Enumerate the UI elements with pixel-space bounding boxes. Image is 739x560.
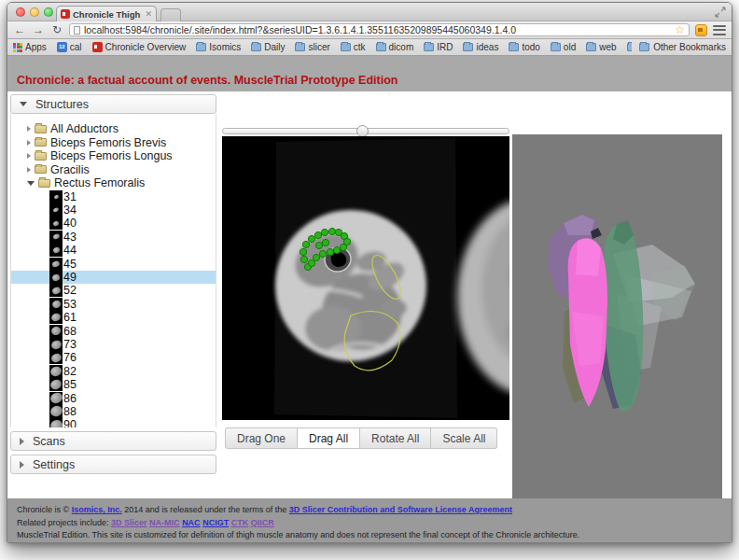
folder-icon	[341, 43, 351, 51]
slice-item[interactable]: 76	[11, 351, 216, 364]
screenshot-canvas: Chronicle Thigh Muscles ✕ ← → ↻ localhos…	[0, 0, 739, 560]
bookmark-item[interactable]: Apps	[13, 42, 47, 52]
browser-tab[interactable]: Chronicle Thigh Muscles ✕	[56, 6, 157, 21]
forward-button[interactable]: →	[32, 24, 45, 35]
footer-text: Chronicle is ©	[17, 505, 72, 514]
back-button[interactable]: ←	[13, 24, 26, 35]
axial-slice-image	[222, 136, 509, 420]
accordion-settings[interactable]: Settings	[10, 455, 216, 474]
page-footer: Chronicle is © Isomics, Inc. 2014 and is…	[7, 498, 732, 543]
tree-folder-row[interactable]: All Adductors	[11, 122, 216, 136]
slice-item[interactable]: 90	[11, 418, 216, 427]
slice-item[interactable]: 88	[11, 405, 216, 418]
slice-item[interactable]: 34	[11, 203, 216, 217]
close-window-button[interactable]	[16, 7, 25, 17]
footer-projects-line: Related projects include: 3D Slicer NA-M…	[17, 517, 722, 530]
view-mode-button-rotate-all[interactable]: Rotate All	[360, 427, 431, 449]
slice-item[interactable]: 53	[11, 298, 216, 311]
expand-closed-icon[interactable]	[27, 167, 31, 173]
bookmark-item[interactable]: Chronicle Overview	[92, 42, 187, 52]
tree-folder-row[interactable]: Gracilis	[11, 163, 216, 177]
threed-muscle-view[interactable]	[512, 134, 722, 510]
bookmark-item[interactable]: slicer	[295, 42, 329, 52]
accordion-scans[interactable]: Scans	[10, 431, 216, 451]
slice-item[interactable]: 45	[11, 257, 216, 270]
tab-close-icon[interactable]: ✕	[145, 9, 152, 19]
expand-open-icon[interactable]	[27, 181, 35, 186]
expand-closed-icon[interactable]	[27, 126, 31, 132]
folder-icon	[627, 43, 633, 51]
slice-thumbnail	[49, 365, 63, 378]
bookmark-star-icon[interactable]: ☆	[675, 24, 685, 35]
slice-item[interactable]: 86	[11, 391, 216, 404]
footer-link[interactable]: NCIGT	[202, 518, 229, 527]
slice-thumbnail	[49, 351, 63, 364]
chrome-menu-icon[interactable]	[713, 25, 726, 35]
slice-item[interactable]: 40	[11, 217, 216, 230]
footer-link[interactable]: 3D Slicer Contribution and Software Lice…	[289, 505, 512, 514]
bookmark-item[interactable]: Daily	[251, 42, 285, 52]
slice-thumbnail	[49, 190, 63, 203]
tree-slice-list: 313440434445495253616873768285868890	[11, 190, 216, 428]
footer-copyright-line: Chronicle is © Isomics, Inc. 2014 and is…	[17, 504, 722, 517]
tree-folder-row[interactable]: Biceps Femoris Brevis	[11, 136, 216, 150]
slice-item[interactable]: 68	[11, 324, 216, 337]
chevron-right-icon	[20, 438, 24, 445]
slice-thumbnail	[49, 203, 63, 217]
expand-closed-icon[interactable]	[27, 140, 31, 146]
bookmark-item[interactable]: ideas	[463, 42, 498, 52]
folder-icon	[38, 179, 50, 188]
slice-item[interactable]: 44	[11, 244, 216, 257]
slice-item[interactable]: 61	[11, 311, 216, 324]
footer-link[interactable]: QIICR	[251, 518, 274, 527]
slice-item[interactable]: 43	[11, 231, 216, 244]
accordion-structures[interactable]: Structures	[10, 94, 216, 114]
slice-slider[interactable]	[222, 128, 509, 134]
footer-link[interactable]: CTK	[231, 518, 249, 527]
slice-thumbnail	[49, 325, 63, 338]
slice-item[interactable]: 73	[11, 338, 216, 351]
extension-icon[interactable]	[695, 24, 707, 36]
slice-item[interactable]: 82	[11, 365, 216, 378]
address-bar[interactable]: localhost:5984/chronicle/.site/index.htm…	[69, 23, 690, 36]
bookmark-item[interactable]: IRD	[424, 42, 453, 52]
view-mode-button-scale-all[interactable]: Scale All	[431, 427, 497, 449]
footer-link[interactable]: 3D Slicer	[111, 518, 147, 527]
slice-item-selected[interactable]: 49	[11, 271, 216, 284]
slice-item[interactable]: 52	[11, 284, 216, 297]
footer-link[interactable]: Isomics, Inc.	[72, 505, 122, 514]
bookmark-item[interactable]: old	[551, 42, 576, 52]
bookmark-item[interactable]: ctk	[341, 42, 366, 52]
slice-thumbnail	[49, 244, 63, 257]
tab-title: Chronicle Thigh Muscles	[73, 9, 142, 20]
slice-thumbnail	[49, 258, 63, 271]
url-text: localhost:5984/chronicle/.site/index.htm…	[84, 24, 671, 35]
bookmark-item[interactable]: Isomics	[196, 42, 241, 52]
slice-item[interactable]: 31	[11, 190, 216, 203]
view-mode-button-drag-one[interactable]: Drag One	[225, 427, 298, 449]
bookmark-item[interactable]: babybrains	[627, 42, 633, 52]
view-control-buttons: Drag OneDrag AllRotate AllScale All	[225, 427, 497, 449]
zoom-window-button[interactable]	[44, 7, 53, 17]
page-viewport: Chronicle: a factual account of events. …	[7, 56, 732, 543]
reload-button[interactable]: ↻	[50, 24, 63, 35]
minimize-window-button[interactable]	[30, 7, 39, 17]
bookmark-item[interactable]: todo	[509, 42, 539, 52]
tree-folder-row[interactable]: Rectus Femoralis	[11, 176, 216, 190]
footer-link[interactable]: NA-MIC	[149, 518, 180, 527]
bookmark-item[interactable]: dicom	[376, 42, 414, 52]
axial-slice-view[interactable]	[222, 136, 509, 420]
fullscreen-icon[interactable]	[715, 7, 726, 18]
bookmark-item[interactable]: web	[586, 42, 616, 52]
tree-folder-row[interactable]: Biceps Femoris Longus	[11, 149, 216, 163]
expand-closed-icon[interactable]	[27, 153, 31, 159]
other-bookmarks[interactable]: Other Bookmarks	[639, 42, 726, 52]
browser-window: Chronicle Thigh Muscles ✕ ← → ↻ localhos…	[7, 2, 732, 543]
footer-link[interactable]: NAC	[182, 518, 201, 527]
bookmark-item[interactable]: 12cal	[57, 42, 82, 52]
page-title: Chronicle: a factual account of events. …	[17, 74, 397, 87]
view-mode-button-drag-all[interactable]: Drag All	[298, 427, 360, 449]
new-tab-button[interactable]	[160, 8, 181, 21]
page-icon	[74, 26, 80, 35]
slice-item[interactable]: 85	[11, 378, 216, 391]
